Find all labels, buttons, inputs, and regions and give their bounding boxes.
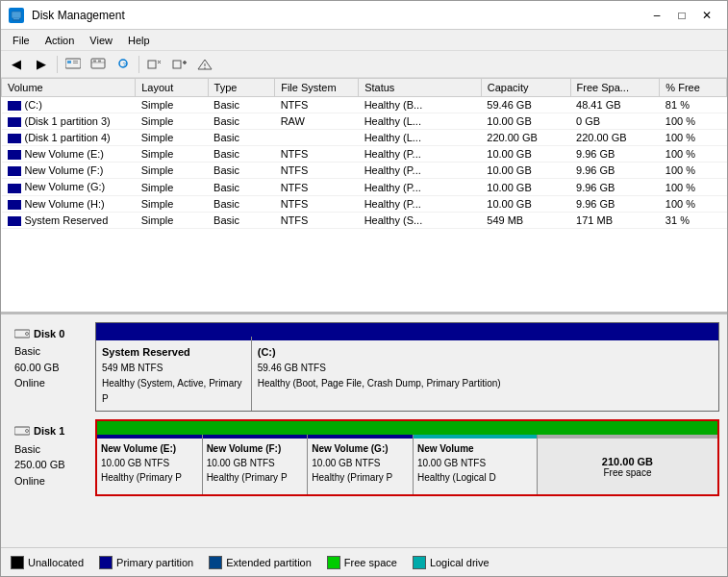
free-swatch [327, 556, 340, 569]
table-row[interactable]: New Volume (F:) Simple Basic NTFS Health… [2, 163, 727, 179]
svg-rect-2 [13, 19, 20, 20]
toolbar-btn-3[interactable]: ? [112, 54, 135, 75]
close-button[interactable]: ✕ [694, 5, 719, 26]
table-row[interactable]: (C:) Simple Basic NTFS Healthy (B... 59.… [2, 97, 727, 113]
primary-swatch [99, 556, 113, 569]
volumes-table: Volume Layout Type File System Status Ca… [1, 78, 727, 229]
table-row[interactable]: (Disk 1 partition 3) Simple Basic RAW He… [2, 113, 727, 130]
c-partition-status: Healthy (Boot, Page File, Crash Dump, Pr… [258, 376, 713, 391]
disk1-status: Online [14, 473, 89, 489]
cell-capacity: 10.00 GB [481, 146, 570, 163]
volumes-table-area[interactable]: Volume Layout Type File System Status Ca… [1, 78, 727, 314]
svg-point-25 [26, 430, 29, 433]
disk1-top-bar [97, 421, 717, 435]
table-row[interactable]: System Reserved Simple Basic NTFS Health… [2, 212, 727, 228]
cell-free: 171 MB [570, 212, 660, 228]
cell-pct: 100 % [660, 113, 727, 130]
g-status: Healthy (Primary P [312, 470, 409, 485]
cell-volume: System Reserved [2, 212, 136, 228]
menu-help[interactable]: Help [120, 33, 158, 48]
cell-pct: 100 % [660, 179, 727, 195]
svg-rect-24 [14, 427, 30, 435]
svg-rect-4 [67, 61, 71, 63]
c-partition-body: (C:) 59.46 GB NTFS Healthy (Boot, Page F… [252, 340, 718, 412]
table-row[interactable]: New Volume (G:) Simple Basic NTFS Health… [2, 179, 727, 195]
toolbar: ◀ ▶ ? [1, 51, 727, 78]
menu-view[interactable]: View [82, 33, 120, 48]
cell-volume: New Volume (H:) [2, 195, 136, 212]
disk-visual-wrapper: Disk 0 Basic 60.00 GB Online [1, 314, 727, 548]
cell-volume: (Disk 1 partition 3) [2, 113, 136, 130]
cell-layout: Simple [136, 195, 208, 212]
back-button[interactable]: ◀ [5, 54, 28, 75]
cell-fs: NTFS [275, 97, 359, 113]
disk1-free[interactable]: 210.00 GB Free space [538, 435, 717, 494]
cell-status: Healthy (B... [359, 97, 482, 113]
toolbar-btn-5[interactable] [168, 54, 191, 75]
main-content: Volume Layout Type File System Status Ca… [1, 78, 727, 576]
disk0-system-reserved[interactable]: System Reserved 549 MB NTFS Healthy (Sys… [96, 337, 252, 412]
minimize-button[interactable]: – [644, 5, 669, 26]
disk1-h-partition[interactable]: New Volume 10.00 GB NTFS Healthy (Logica… [414, 435, 538, 494]
forward-button[interactable]: ▶ [30, 54, 53, 75]
cell-layout: Simple [136, 113, 208, 130]
window-title: Disk Management [32, 9, 125, 22]
extended-label: Extended partition [226, 557, 312, 568]
legend-primary: Primary partition [99, 556, 193, 569]
toolbar-btn-2[interactable] [87, 54, 110, 75]
table-row[interactable]: New Volume (E:) Simple Basic NTFS Health… [2, 146, 727, 163]
col-header-layout: Layout [136, 79, 208, 97]
menu-action[interactable]: Action [38, 33, 83, 48]
disk1-name: Disk 1 [34, 423, 64, 439]
col-header-free: Free Spa... [570, 79, 660, 97]
cell-layout: Simple [136, 179, 208, 195]
cell-status: Healthy (S... [359, 212, 482, 228]
cell-layout: Simple [136, 97, 208, 113]
svg-rect-0 [12, 12, 21, 18]
col-header-pct: % Free [660, 79, 727, 97]
cell-type: Basic [208, 179, 275, 195]
c-partition-size: 59.46 GB NTFS [258, 361, 713, 376]
svg-rect-6 [73, 63, 78, 63]
cell-pct: 100 % [660, 130, 727, 146]
table-row[interactable]: New Volume (H:) Simple Basic NTFS Health… [2, 195, 727, 212]
cell-volume: (Disk 1 partition 4) [2, 130, 136, 146]
disk0-name: Disk 0 [34, 326, 64, 342]
cell-volume: (C:) [2, 97, 136, 113]
disk0-size: 60.00 GB [14, 360, 89, 376]
cell-status: Healthy (L... [359, 130, 482, 146]
toolbar-btn-1[interactable] [62, 54, 85, 75]
e-body: New Volume (E:) 10.00 GB NTFS Healthy (P… [97, 439, 202, 494]
f-status: Healthy (Primary P [207, 470, 304, 485]
cell-free: 9.96 GB [570, 146, 660, 163]
menu-file[interactable]: File [5, 33, 38, 48]
logical-swatch [413, 556, 426, 569]
toolbar-btn-6[interactable] [193, 54, 216, 75]
primary-label: Primary partition [116, 557, 193, 568]
cell-fs [275, 130, 359, 146]
cell-capacity: 59.46 GB [481, 97, 570, 113]
e-status: Healthy (Primary P [101, 470, 198, 485]
disk0-c-partition[interactable]: (C:) 59.46 GB NTFS Healthy (Boot, Page F… [252, 337, 718, 412]
cell-free: 48.41 GB [570, 97, 660, 113]
cell-pct: 31 % [660, 212, 727, 228]
maximize-button[interactable]: □ [669, 5, 694, 26]
disk1-f-partition[interactable]: New Volume (F:) 10.00 GB NTFS Healthy (P… [203, 435, 309, 494]
cell-type: Basic [208, 97, 275, 113]
table-row[interactable]: (Disk 1 partition 4) Simple Basic Health… [2, 130, 727, 146]
svg-rect-1 [13, 18, 19, 20]
cell-free: 9.96 GB [570, 163, 660, 179]
disk1-g-partition[interactable]: New Volume (G:) 10.00 GB NTFS Healthy (P… [308, 435, 414, 494]
cell-type: Basic [208, 163, 275, 179]
cell-capacity: 10.00 GB [481, 195, 570, 212]
h-size: 10.00 GB NTFS [417, 456, 533, 470]
extended-swatch [209, 556, 222, 569]
system-reserved-status: Healthy (System, Active, Primary P [102, 376, 245, 407]
c-partition-title: (C:) [258, 344, 713, 362]
disk0-type: Basic [14, 343, 89, 360]
cell-pct: 100 % [660, 195, 727, 212]
disk-visual-area[interactable]: Disk 0 Basic 60.00 GB Online [1, 314, 727, 548]
legend-extended: Extended partition [209, 556, 312, 569]
disk1-e-partition[interactable]: New Volume (E:) 10.00 GB NTFS Healthy (P… [97, 435, 203, 494]
toolbar-btn-4[interactable] [143, 54, 166, 75]
